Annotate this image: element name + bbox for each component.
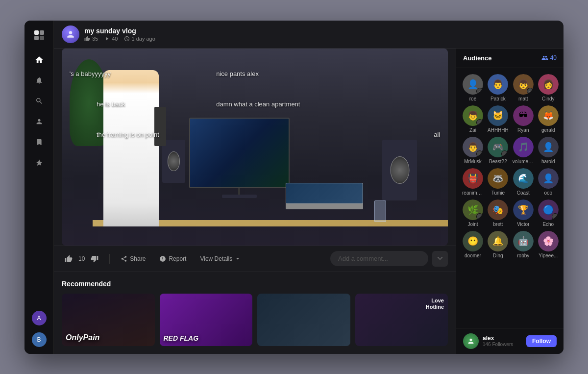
sidebar-item-premium[interactable] (30, 154, 48, 172)
sidebar-user-avatar-2[interactable]: B (32, 332, 47, 347)
view-details-button[interactable]: View Details (197, 253, 244, 264)
recommended-grid: OnlyPain RED FLAG (62, 294, 448, 346)
member-name: Ding (493, 253, 503, 258)
member-name: Victor (517, 222, 529, 227)
member-avatar: 🐱 (488, 105, 508, 126)
audience-member[interactable]: 👤 ooo (538, 168, 559, 196)
audience-member[interactable]: 🦊 gerald (538, 105, 559, 133)
member-avatar: 🔔 (488, 231, 508, 251)
sidebar-item-notifications[interactable] (30, 72, 48, 89)
audience-member[interactable]: 🦝 Tumie (488, 168, 509, 196)
member-name: doomer (465, 253, 481, 258)
sidebar: A B (24, 21, 54, 354)
audience-member[interactable]: 🎮 Beast22 (488, 137, 509, 164)
audience-member[interactable]: 😶 doomer (462, 231, 484, 258)
comment-send-button[interactable] (432, 251, 448, 267)
app-window: A B my sunday vlog 35 40 (24, 21, 564, 354)
streamer-footer: alex 146 Followers Follow (456, 328, 564, 354)
member-badge (552, 213, 559, 220)
member-name: Joint (467, 222, 478, 227)
like-button[interactable] (62, 253, 75, 265)
audience-member[interactable]: 🔵 Echo (538, 199, 559, 227)
streamer-name: alex (483, 335, 522, 342)
audience-member[interactable]: 👹 reanima... (462, 168, 484, 196)
rec-card-1[interactable]: OnlyPain (62, 294, 155, 346)
audience-panel: Audience 40 👤 roe 👨 Patrick (456, 49, 564, 354)
member-avatar: 👹 (463, 168, 483, 189)
member-name: robby (517, 253, 529, 258)
audience-header: Audience 40 (456, 49, 564, 68)
audience-member[interactable]: 🌊 Coast (513, 168, 534, 196)
audience-member[interactable]: 🌿 Joint (462, 199, 484, 227)
audience-member[interactable]: 👦 matt (513, 74, 534, 101)
member-avatar: 👩 (538, 74, 559, 95)
app-logo[interactable] (31, 27, 47, 43)
audience-member[interactable]: 👩 Cindy (538, 74, 559, 101)
audience-member[interactable]: 👤 harold (538, 137, 559, 164)
sidebar-item-saved[interactable] (30, 133, 48, 151)
audience-member[interactable]: 👤 roe (462, 74, 484, 101)
stream-header: my sunday vlog 35 40 1 day ago (54, 21, 564, 49)
member-name: Echo (542, 222, 554, 227)
stream-likes: 35 (84, 36, 98, 42)
report-button[interactable]: Report (156, 253, 189, 264)
audience-member[interactable]: 🏆 Victor (513, 199, 534, 227)
member-name: Cindy (542, 96, 555, 101)
member-name: Zai (469, 127, 476, 133)
member-avatar: 👤 (463, 74, 483, 95)
audience-member[interactable]: 🎵 volumeo... (513, 137, 534, 164)
rec-card-2-label: RED FLAG (164, 334, 199, 342)
like-count: 10 (78, 255, 85, 262)
follow-button[interactable]: Follow (526, 335, 557, 347)
streamer-header-avatar[interactable] (62, 25, 79, 43)
audience-member[interactable]: 👨 Patrick (488, 74, 509, 101)
member-badge (476, 88, 483, 95)
rec-card-4[interactable]: LoveHotline (355, 294, 448, 346)
member-avatar: 🎮 (488, 137, 508, 157)
audience-grid: 👤 roe 👨 Patrick 👦 matt 👩 Cindy (456, 68, 564, 264)
svg-rect-2 (34, 36, 39, 40)
streamer-followers: 146 Followers (483, 342, 522, 347)
member-badge (527, 88, 534, 95)
member-avatar: 🔵 (538, 199, 559, 220)
audience-member[interactable]: 🌸 Yipeee... (538, 231, 559, 258)
stream-info: my sunday vlog 35 40 1 day ago (84, 27, 556, 42)
member-badge (476, 150, 483, 157)
member-avatar: 🎵 (513, 137, 534, 157)
svg-rect-3 (40, 36, 44, 40)
audience-member[interactable]: 🕶 Ryan (513, 105, 534, 133)
audience-member[interactable]: 🔔 Ding (488, 231, 509, 258)
member-name: volumeo... (513, 159, 534, 164)
member-avatar: 😶 (463, 231, 483, 251)
sidebar-item-search[interactable] (30, 92, 48, 110)
video-container[interactable]: 's a babyyyyyy nice pants alex he is bac… (62, 49, 448, 246)
member-name: brett (493, 222, 503, 227)
audience-member[interactable]: 🤖 robby (513, 231, 534, 258)
member-badge (476, 119, 483, 126)
streamer-footer-avatar[interactable] (463, 333, 479, 349)
member-avatar: 👤 (538, 168, 559, 189)
audience-title: Audience (463, 54, 492, 62)
sidebar-item-profile[interactable] (30, 113, 48, 130)
sidebar-user-avatar-1[interactable]: A (32, 311, 47, 325)
member-name: roe (469, 96, 476, 101)
audience-member[interactable]: 👦 Zai (462, 105, 484, 133)
audience-member[interactable]: 👨 MrMusk (462, 137, 484, 164)
member-avatar: 🌊 (513, 168, 534, 189)
comment-input[interactable] (330, 251, 428, 266)
member-name: Coast (517, 190, 530, 196)
rec-card-2[interactable]: RED FLAG (160, 294, 253, 346)
audience-member[interactable]: 🐱 AHHHHH (488, 105, 509, 133)
stream-title: my sunday vlog (84, 27, 556, 35)
audience-member[interactable]: 🎭 brett (488, 199, 509, 227)
video-controls: 10 Share Report View (54, 246, 456, 272)
sidebar-item-home[interactable] (30, 51, 48, 69)
stream-viewers: 40 (104, 36, 118, 42)
member-avatar: 👤 (538, 137, 559, 157)
member-avatar: 🏆 (513, 199, 534, 220)
recommended-title: Recommended (62, 280, 448, 288)
dislike-button[interactable] (88, 253, 101, 265)
member-avatar: 👨 (463, 137, 483, 157)
share-button[interactable]: Share (118, 253, 148, 264)
rec-card-3[interactable] (257, 294, 350, 346)
